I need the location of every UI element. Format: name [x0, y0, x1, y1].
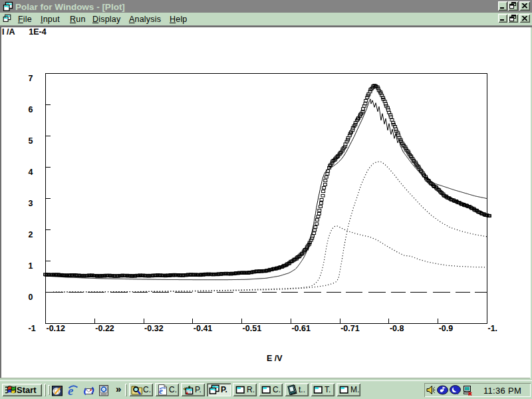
svg-text:e: e	[159, 386, 163, 396]
svg-text:-0.22: -0.22	[95, 324, 114, 333]
svg-text:-0.12: -0.12	[47, 324, 66, 333]
svg-text:6: 6	[29, 105, 33, 114]
svg-text:5: 5	[29, 136, 33, 146]
svg-text:-0.41: -0.41	[194, 324, 213, 333]
svg-text:1: 1	[29, 261, 33, 271]
svg-text:-0.32: -0.32	[144, 324, 164, 333]
svg-text:-1: -1	[29, 324, 36, 333]
svg-text:I /A 1E-4: I /A 1E-4	[2, 27, 47, 37]
svg-text:4: 4	[29, 168, 33, 177]
svg-text:E /V: E /V	[267, 354, 283, 363]
svg-text:-0.51: -0.51	[243, 324, 262, 333]
svg-text:-0.61: -0.61	[291, 324, 311, 333]
svg-text:-0.8: -0.8	[390, 324, 404, 333]
svg-text:3: 3	[29, 199, 33, 208]
svg-text:-1.: -1.	[488, 324, 498, 333]
svg-text:-0.71: -0.71	[340, 324, 360, 333]
svg-text:0: 0	[29, 293, 33, 302]
svg-text:-0.9: -0.9	[439, 324, 454, 333]
svg-text:7: 7	[29, 74, 33, 83]
svg-text:2: 2	[29, 230, 33, 239]
